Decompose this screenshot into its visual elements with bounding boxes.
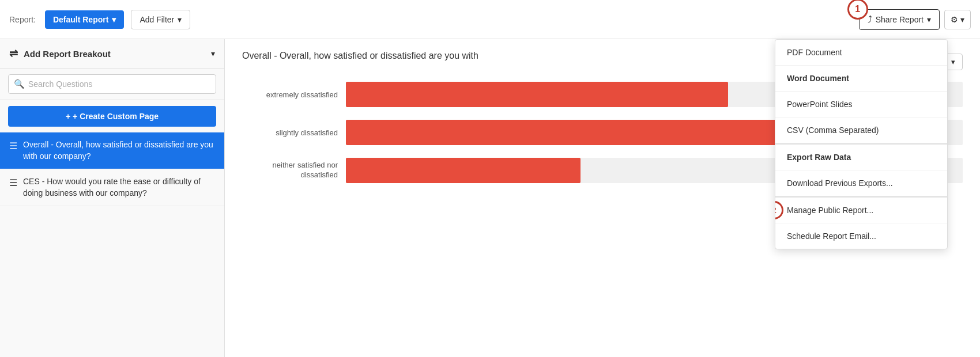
dropdown-item-manage-public[interactable]: 2 Manage Public Report... [775, 196, 947, 223]
chevron-down-icon: ▾ [927, 15, 931, 24]
dropdown-item-schedule-email[interactable]: Schedule Report Email... [775, 223, 947, 249]
bar-fill-1 [346, 120, 790, 145]
search-box-wrap: 🔍 [0, 69, 224, 100]
dropdown-item-csv[interactable]: CSV (Comma Separated) [775, 117, 947, 143]
breakout-icon: ⇌ [9, 47, 18, 60]
toolbar-left: Report: Default Report ▾ Add Filter ▾ [9, 10, 190, 29]
dropdown-item-label: Word Document [787, 74, 849, 83]
share-report-label: Share Report [876, 15, 924, 24]
dropdown-item-label: Download Previous Exports... [787, 178, 893, 188]
dropdown-item-label: PDF Document [787, 48, 842, 57]
content-title-text: Overall - Overall, how satisfied or diss… [242, 51, 478, 60]
bar-fill-0 [346, 82, 728, 107]
report-label: Report: [9, 15, 36, 24]
bar-label-0: extremely dissatisfied [242, 90, 346, 99]
dropdown-item-word[interactable]: Word Document [775, 66, 947, 92]
default-report-button[interactable]: Default Report ▾ [45, 10, 124, 29]
badge-1: 1 [847, 0, 868, 20]
search-wrap: 🔍 [8, 74, 216, 94]
sidebar: ⇌ Add Report Breakout ▾ 🔍 + + Create Cus… [0, 39, 225, 357]
add-filter-button[interactable]: Add Filter ▾ [131, 10, 190, 29]
dropdown-item-pdf[interactable]: PDF Document [775, 40, 947, 66]
gear-icon: ⚙ [951, 15, 958, 24]
gear-chevron-icon: ▾ [960, 15, 964, 24]
create-custom-label: + Create Custom Page [73, 112, 159, 121]
sidebar-item-text-0: Overall - Overall, how satisfied or diss… [23, 139, 215, 162]
dropdown-item-label: Export Raw Data [787, 153, 851, 162]
chevron-down-icon: ▾ [951, 58, 955, 66]
toolbar: Report: Default Report ▾ Add Filter ▾ 1 … [0, 0, 980, 39]
add-filter-label: Add Filter [140, 15, 174, 24]
share-icon: ⤴ [868, 14, 872, 25]
dropdown-item-label: PowerPoint Slides [787, 100, 853, 109]
sidebar-items: ☰ Overall - Overall, how satisfied or di… [0, 132, 224, 357]
add-report-breakout-button[interactable]: ⇌ Add Report Breakout ▾ [0, 39, 224, 69]
breakout-left: ⇌ Add Report Breakout [9, 47, 111, 60]
sidebar-item-0[interactable]: ☰ Overall - Overall, how satisfied or di… [0, 132, 224, 169]
list-icon: ☰ [9, 177, 17, 188]
chevron-down-icon: ▾ [178, 15, 182, 24]
bar-label-2: neither satisfied nordissatisfied [242, 161, 346, 180]
dropdown-item-label: Manage Public Report... [787, 206, 873, 215]
share-report-button[interactable]: ⤴ Share Report ▾ [859, 9, 940, 30]
bar-label-1: slightly dissatisfied [242, 128, 346, 137]
badge-2: 2 [775, 201, 783, 219]
default-report-label: Default Report [53, 15, 108, 24]
create-custom-page-button[interactable]: + + Create Custom Page [8, 106, 216, 127]
toolbar-right: 1 ⤴ Share Report ▾ ⚙ ▾ [859, 9, 971, 30]
plus-icon: + [66, 112, 70, 121]
dropdown-item-previous-exports[interactable]: Download Previous Exports... [775, 170, 947, 196]
list-icon: ☰ [9, 140, 17, 151]
sidebar-item-text-1: CES - How would you rate the ease or dif… [23, 176, 215, 199]
dropdown-item-label: CSV (Comma Separated) [787, 126, 879, 135]
dropdown-item-powerpoint[interactable]: PowerPoint Slides [775, 92, 947, 117]
share-report-wrapper: 1 ⤴ Share Report ▾ [859, 9, 940, 30]
gear-button[interactable]: ⚙ ▾ [944, 10, 971, 29]
chevron-down-icon: ▾ [211, 49, 215, 58]
content-title: Overall - Overall, how satisfied or diss… [242, 51, 478, 61]
sidebar-item-1[interactable]: ☰ CES - How would you rate the ease or d… [0, 169, 224, 206]
dropdown-item-export-raw[interactable]: Export Raw Data [775, 143, 947, 170]
share-report-dropdown: PDF Document Word Document PowerPoint Sl… [775, 39, 948, 249]
search-input[interactable] [8, 74, 216, 94]
breakout-label: Add Report Breakout [24, 49, 111, 59]
chevron-down-icon: ▾ [112, 15, 116, 24]
dropdown-item-label: Schedule Report Email... [787, 231, 876, 241]
bar-fill-2 [346, 158, 581, 183]
